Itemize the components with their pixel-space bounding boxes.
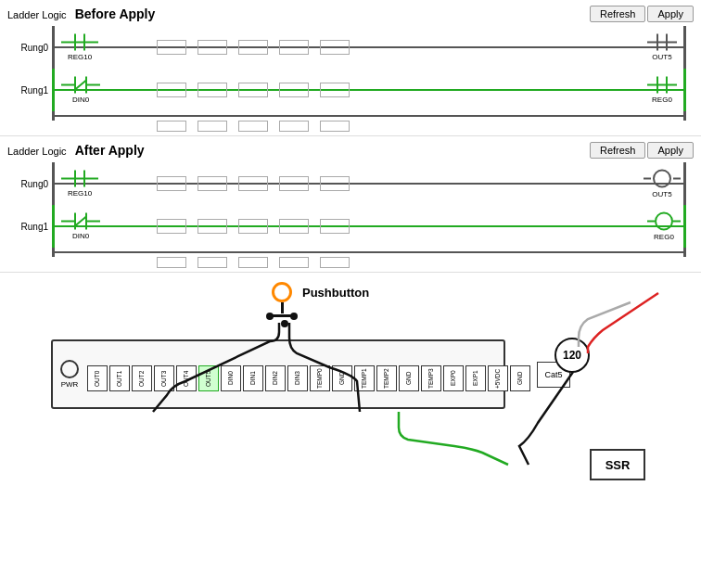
ssr-box: SSR: [590, 449, 645, 480]
plc-pins: OUT0 OUT1 OUT2 OUT3 OUT4 OUT5 DIN0 DIN1 …: [86, 358, 531, 391]
after-rung0: Rung0 REG10: [15, 162, 686, 205]
before-rung0-coil: OUT5: [647, 34, 677, 61]
svg-line-1: [75, 217, 86, 226]
before-apply-button[interactable]: Apply: [647, 6, 694, 22]
before-section: Ladder Logic Before Apply Refresh Apply …: [0, 0, 701, 136]
wire-gray: [579, 302, 631, 347]
pwr-indicator: [60, 360, 79, 378]
before-rung1-line: [55, 89, 683, 91]
pushbutton-circle: [272, 282, 292, 302]
after-rung1-rail: DIN0 REG0: [52, 205, 686, 248]
before-rung0-contact-label: REG10: [68, 53, 92, 61]
before-title-text: Ladder Logic: [7, 9, 67, 20]
after-subtitle: After Apply: [75, 143, 145, 158]
before-rung0-line: [55, 46, 683, 48]
wire-red: [588, 293, 658, 353]
before-rung1-label: Rung1: [15, 85, 52, 96]
before-header: Ladder Logic Before Apply Refresh Apply: [7, 6, 694, 22]
before-spacer-row: [52, 111, 686, 121]
before-subtitle: Before Apply: [75, 6, 156, 21]
after-rung1-coil-label: REG0: [654, 233, 674, 241]
pushbutton-bar: [269, 313, 295, 318]
before-rung1-rightbar: [683, 69, 686, 111]
svg-line-0: [75, 81, 86, 90]
before-rung0-rail: REG10: [52, 26, 686, 69]
pushbutton-stem: [281, 302, 284, 313]
before-ladder: Rung0 REG10: [7, 26, 694, 132]
after-header: Ladder Logic After Apply Refresh Apply: [7, 142, 694, 159]
before-rung0-spacers: [154, 40, 352, 55]
before-rung0-label: Rung0: [15, 43, 52, 53]
after-rung0-contact: REG10: [61, 171, 98, 198]
after-rung1-contact-label: DIN0: [72, 232, 89, 240]
pwr-label: PWR: [61, 380, 79, 389]
after-buttons: Refresh Apply: [590, 142, 694, 159]
before-rung0-coil-label: OUT5: [652, 53, 671, 61]
before-rung1-spacers: [154, 83, 352, 97]
pushbutton-label: Pushbutton: [302, 286, 369, 300]
pushbutton: Pushbutton: [269, 282, 295, 318]
before-refresh-button[interactable]: Refresh: [590, 6, 646, 22]
after-rung1-coil: REG0: [647, 212, 681, 241]
before-rung0-rightbar: [683, 26, 686, 69]
circle-label: 120: [563, 349, 581, 362]
after-title-text: Ladder Logic: [7, 146, 67, 157]
before-rung1-contact-label: DIN0: [72, 96, 89, 104]
after-rung0-coil-label: OUT5: [652, 190, 671, 198]
before-rung1: Rung1: [15, 69, 686, 111]
after-rung0-label: Rung0: [15, 179, 52, 189]
after-rung0-spacers: [154, 176, 352, 191]
after-bottom-spacers: [52, 257, 686, 268]
before-rung1-contact: DIN0: [61, 77, 100, 104]
after-rung1-spacers: [154, 219, 352, 234]
after-title: Ladder Logic After Apply: [7, 143, 145, 158]
junction-dot: [281, 320, 288, 327]
before-rung0-contact: REG10: [61, 34, 98, 61]
plc-board: PWR OUT0 OUT1 OUT2 OUT3 OUT4 OUT5 DIN0 D…: [51, 339, 505, 409]
before-rung1-coil-label: REG0: [652, 96, 672, 104]
before-rung1-coil: REG0: [647, 77, 677, 104]
after-rung0-contact-label: REG10: [68, 189, 92, 198]
before-rung1-rail: DIN0: [52, 69, 686, 111]
after-refresh-button[interactable]: Refresh: [590, 142, 646, 159]
after-section: Ladder Logic After Apply Refresh Apply R…: [0, 136, 701, 273]
plc-pwr: PWR: [53, 360, 86, 389]
before-title: Ladder Logic Before Apply: [7, 6, 155, 21]
after-apply-button[interactable]: Apply: [647, 142, 694, 159]
after-rung0-rail: REG10: [52, 162, 686, 205]
diagram-area: Pushbutton PWR OUT0 OUT1 OUT2 OUT3 OUT4 …: [0, 275, 701, 497]
after-rung1: Rung1: [15, 205, 686, 248]
after-rung1-label: Rung1: [15, 222, 52, 232]
after-ladder: Rung0 REG10: [7, 162, 694, 268]
circle-120: 120: [554, 338, 590, 373]
wire-green: [399, 412, 508, 465]
after-spacer-row: [52, 248, 686, 257]
ssr-label: SSR: [605, 458, 631, 472]
before-buttons: Refresh Apply: [590, 6, 694, 22]
after-rung1-contact: DIN0: [61, 213, 100, 240]
before-bottom-spacers: [52, 121, 686, 132]
after-rung0-coil: OUT5: [644, 170, 681, 198]
before-rung0: Rung0 REG10: [15, 26, 686, 69]
